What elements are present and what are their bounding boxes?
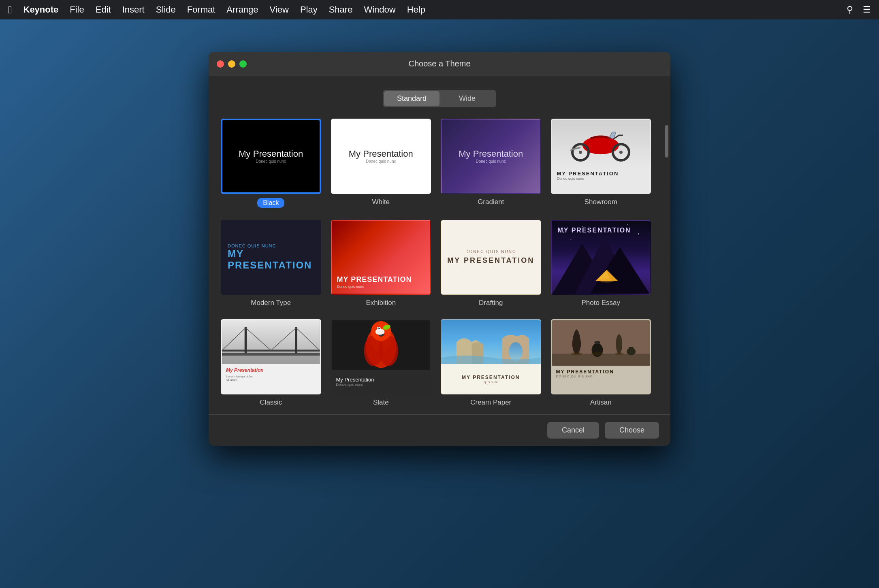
menu-share[interactable]: Share xyxy=(329,4,353,15)
artisan-title: MY PRESENTATION xyxy=(556,369,646,375)
preview-subtitle: Donec quis nunc xyxy=(337,285,425,289)
svg-point-2 xyxy=(619,151,623,154)
theme-preview-moderntype[interactable]: DONEC QUIS NUNC MY PRESENTATION xyxy=(221,220,321,295)
motorcycle-icon xyxy=(564,123,637,164)
control-center-icon[interactable]: ☰ xyxy=(863,4,871,15)
svg-rect-22 xyxy=(245,327,247,354)
standard-button[interactable]: Standard xyxy=(384,91,440,106)
artisan-image xyxy=(552,320,650,365)
svg-rect-43 xyxy=(552,354,650,366)
theme-label-artisan: Artisan xyxy=(590,398,612,407)
theme-preview-gradient[interactable]: My Presentation Donec quis nunc xyxy=(441,119,541,194)
theme-label-creampaper: Cream Paper xyxy=(470,398,511,407)
classic-sub: Lorem ipsum dolorsit amet... xyxy=(226,375,316,382)
creampaper-sub: quis nunc xyxy=(484,380,498,384)
theme-card-photoessay[interactable]: MY PRESENTATION Photo Essay xyxy=(551,220,651,307)
theme-label-showroom: Showroom xyxy=(585,198,617,206)
theme-label-drafting: Drafting xyxy=(479,299,503,307)
theme-card-showroom[interactable]: MY PRESENTATION Donec quis nunc Showroom xyxy=(551,119,651,208)
menu-view[interactable]: View xyxy=(270,4,289,15)
preview-content-slate: My Presentation Donec quis nunc xyxy=(332,320,430,393)
theme-card-classic[interactable]: My Presentation Lorem ipsum dolorsit ame… xyxy=(221,319,321,407)
creampaper-title: MY PRESENTATION xyxy=(462,375,520,380)
theme-card-drafting[interactable]: DONEC QUIS NUNC MY PRESENTATION Drafting xyxy=(441,220,541,307)
scrollbar-thumb[interactable] xyxy=(665,125,668,158)
spotlight-icon[interactable]: ⚲ xyxy=(847,4,853,15)
svg-point-46 xyxy=(594,341,600,344)
preview-content-drafting: DONEC QUIS NUNC MY PRESENTATION xyxy=(441,220,541,295)
theme-card-artisan[interactable]: MY PRESENTATION DONEC QUIS NUNC Artisan xyxy=(551,319,651,407)
menu-window[interactable]: Window xyxy=(364,4,395,15)
svg-point-49 xyxy=(571,352,582,355)
choose-button[interactable]: Choose xyxy=(605,422,659,439)
preview-title: My Presentation xyxy=(459,149,523,159)
svg-rect-20 xyxy=(222,350,320,352)
menu-insert[interactable]: Insert xyxy=(122,4,145,15)
classic-title: My Presentation xyxy=(226,367,316,373)
preview-content-exhibition: MY PRESENTATION Donec quis nunc xyxy=(332,221,430,294)
menu-file[interactable]: File xyxy=(70,4,84,15)
preview-content-white: My Presentation Donec quis nunc xyxy=(332,120,430,193)
theme-preview-artisan[interactable]: MY PRESENTATION DONEC QUIS NUNC xyxy=(551,319,651,394)
theme-card-white[interactable]: My Presentation Donec quis nunc White xyxy=(331,119,431,208)
preview-content-gradient: My Presentation Donec quis nunc xyxy=(442,120,540,193)
theme-preview-white[interactable]: My Presentation Donec quis nunc xyxy=(331,119,431,194)
menu-format[interactable]: Format xyxy=(187,4,215,15)
theme-preview-photoessay[interactable]: MY PRESENTATION xyxy=(551,220,651,295)
theme-card-slate[interactable]: My Presentation Donec quis nunc Slate xyxy=(331,319,431,407)
theme-preview-exhibition[interactable]: MY PRESENTATION Donec quis nunc xyxy=(331,220,431,295)
menu-slide[interactable]: Slide xyxy=(156,4,176,15)
theme-label-exhibition: Exhibition xyxy=(366,299,396,307)
preview-title: My Presentation xyxy=(349,149,413,159)
theme-card-creampaper[interactable]: MY PRESENTATION quis nunc Cream Paper xyxy=(441,319,541,407)
theme-label-photoessay: Photo Essay xyxy=(582,299,620,307)
svg-rect-21 xyxy=(222,353,320,356)
creampaper-text: MY PRESENTATION quis nunc xyxy=(441,364,541,394)
dialog-title: Choose a Theme xyxy=(408,59,470,68)
svg-point-41 xyxy=(509,342,523,361)
themes-area: My Presentation Donec quis nunc Black My… xyxy=(209,115,670,414)
theme-preview-black[interactable]: My Presentation Donec quis nunc xyxy=(221,119,321,194)
minimize-button[interactable] xyxy=(228,60,235,68)
maximize-button[interactable] xyxy=(239,60,247,68)
theme-label-white: White xyxy=(372,198,390,206)
cancel-button[interactable]: Cancel xyxy=(547,422,599,439)
apple-menu[interactable]:  xyxy=(8,4,12,16)
aspect-ratio-control: Standard Wide xyxy=(383,90,496,107)
dialog-titlebar: Choose a Theme xyxy=(209,52,670,76)
menu-play[interactable]: Play xyxy=(300,4,318,15)
svg-point-38 xyxy=(375,329,384,335)
classic-image xyxy=(222,320,320,364)
bridge-icon xyxy=(222,320,320,364)
theme-card-gradient[interactable]: My Presentation Donec quis nunc Gradient xyxy=(441,119,541,208)
showroom-text: MY PRESENTATION Donec quis nunc xyxy=(552,167,650,181)
pottery-icon xyxy=(552,320,650,365)
artisan-text: MY PRESENTATION DONEC QUIS NUNC xyxy=(552,366,650,393)
preview-content-black: My Presentation Donec quis nunc xyxy=(222,120,320,192)
window-controls xyxy=(217,60,247,68)
theme-card-exhibition[interactable]: MY PRESENTATION Donec quis nunc Exhibiti… xyxy=(331,220,431,307)
menu-arrange[interactable]: Arrange xyxy=(226,4,258,15)
preview-title: My Presentation xyxy=(239,149,303,159)
preview-content-creampaper: MY PRESENTATION quis nunc xyxy=(441,320,541,394)
theme-badge-black: Black xyxy=(257,198,284,208)
preview-subtitle: Donec quis nunc xyxy=(256,159,286,164)
theme-preview-creampaper[interactable]: MY PRESENTATION quis nunc xyxy=(441,319,541,394)
theme-card-black[interactable]: My Presentation Donec quis nunc Black xyxy=(221,119,321,208)
desktop: Choose a Theme Standard Wide My Presenta… xyxy=(0,19,879,588)
theme-preview-slate[interactable]: My Presentation Donec quis nunc xyxy=(331,319,431,394)
theme-preview-showroom[interactable]: MY PRESENTATION Donec quis nunc xyxy=(551,119,651,194)
showroom-title: MY PRESENTATION xyxy=(557,170,645,177)
menu-help[interactable]: Help xyxy=(407,4,425,15)
menubar-icons: ⚲ ☰ xyxy=(847,4,871,15)
wide-button[interactable]: Wide xyxy=(440,91,495,106)
theme-preview-classic[interactable]: My Presentation Lorem ipsum dolorsit ame… xyxy=(221,319,321,394)
close-button[interactable] xyxy=(217,60,224,68)
preview-title: MY PRESENTATION xyxy=(558,227,644,234)
preview-title: MY PRESENTATION xyxy=(337,275,425,284)
scrollbar-track[interactable] xyxy=(663,115,670,414)
theme-preview-drafting[interactable]: DONEC QUIS NUNC MY PRESENTATION xyxy=(441,220,541,295)
svg-point-51 xyxy=(614,353,623,355)
menu-edit[interactable]: Edit xyxy=(96,4,111,15)
theme-card-moderntype[interactable]: DONEC QUIS NUNC MY PRESENTATION Modern T… xyxy=(221,220,321,307)
